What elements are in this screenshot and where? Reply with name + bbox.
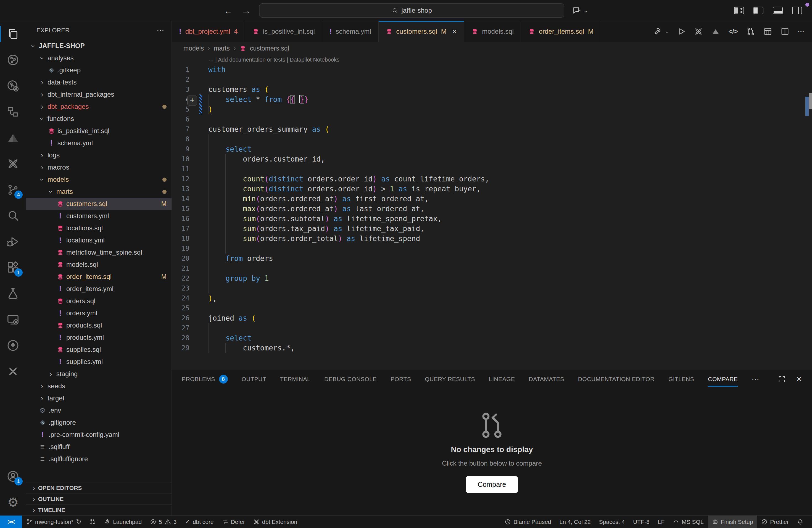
code-line[interactable]: 28 select [172, 333, 812, 343]
navigate-forward-icon[interactable]: → [242, 6, 251, 15]
status-blame-status[interactable]: Blame Paused [501, 516, 555, 528]
tree-item-products-yml[interactable]: !products.yml [26, 332, 172, 343]
tree-item-orders-sql[interactable]: orders.sql [26, 295, 172, 307]
customize-layout-icon[interactable] [734, 6, 744, 14]
git-pull-request-button[interactable] [746, 27, 755, 36]
remote-indicator[interactable]: >< [0, 516, 22, 528]
status-dbt-core[interactable]: ✓dbt core [181, 516, 218, 528]
tree-item-schema-yml[interactable]: !schema.yml [26, 137, 172, 149]
code-line[interactable]: 5) [172, 104, 812, 114]
activity-source-control[interactable]: 4 [0, 177, 26, 203]
run-query-button[interactable] [677, 27, 686, 36]
tree-item-products-sql[interactable]: products.sql [26, 319, 172, 332]
code-line[interactable]: 21 [172, 263, 812, 274]
status-defer[interactable]: Defer [218, 516, 249, 528]
tree-item-models-sql[interactable]: models.sql [26, 259, 172, 270]
tree-item-supplies-yml[interactable]: !supplies.yml [26, 356, 172, 368]
navigate-back-icon[interactable]: ← [224, 6, 233, 15]
dbt-actions-button[interactable] [694, 27, 703, 36]
tab-schema-yml[interactable]: !schema.yml [322, 21, 379, 42]
tree-item-locations-yml[interactable]: !locations.yml [26, 234, 172, 246]
breadcrumb-item[interactable]: marts [214, 45, 230, 52]
code-line[interactable]: 27 [172, 323, 812, 333]
tree-item--sqlfluffignore[interactable]: ≡.sqlfluffignore [26, 453, 172, 465]
breadcrumb[interactable]: models›marts›customers.sql [172, 42, 812, 55]
tree-item-marts[interactable]: ›marts [26, 186, 172, 198]
code-line[interactable]: 19 [172, 244, 812, 253]
code-line[interactable]: 18 sum(orders.order_total) as lifetime_s… [172, 234, 812, 244]
tree-item-target[interactable]: ›target [26, 392, 172, 404]
activity-dbt-tasks[interactable] [0, 358, 26, 384]
activity-dbt-power-user[interactable] [0, 47, 26, 73]
command-center-search[interactable]: jaffle-shop [259, 3, 564, 18]
tree-item--env[interactable]: ⚙.env [26, 404, 172, 416]
activity-search[interactable] [0, 203, 26, 229]
code-line[interactable]: 1with [172, 64, 812, 75]
sidebar-section-outline[interactable]: ›OUTLINE [26, 493, 172, 504]
tree-item-dbt-internal-packages[interactable]: ›dbt_internal_packages [26, 88, 172, 101]
code-line[interactable]: 20 from orders [172, 253, 812, 263]
tree-item-orders-yml[interactable]: !orders.yml [26, 307, 172, 319]
breadcrumb-file[interactable]: customers.sql [250, 45, 289, 52]
copilot-chat-button[interactable]: ⌄ [572, 6, 588, 15]
status-git-branch[interactable]: mwong-fusion*↻ [22, 516, 85, 528]
tree-item-seeds[interactable]: ›seeds [26, 380, 172, 392]
code-line[interactable]: 6 [172, 114, 812, 124]
toggle-sidebar-right-icon[interactable] [792, 6, 802, 14]
panel-tab-problems[interactable]: PROBLEMS8 [182, 370, 228, 388]
panel-tab-terminal[interactable]: TERMINAL [280, 370, 310, 388]
tree-item-analyses[interactable]: ›analyses [26, 52, 172, 64]
tree-item-is-positive-int-sql[interactable]: is_positive_int.sql [26, 125, 172, 137]
code-line[interactable]: 15 max(orders.ordered_at) as last_ordere… [172, 204, 812, 214]
scrollbar-thumb[interactable] [809, 93, 812, 109]
tab-customers-sql[interactable]: customers.sqlM× [379, 21, 465, 42]
status-language-mode[interactable]: MS SQL [669, 516, 708, 528]
activity-testing[interactable] [0, 281, 26, 307]
code-line[interactable]: 13 count(distinct orders.order_id) > 1 a… [172, 184, 812, 194]
tree-item-supplies-sql[interactable]: supplies.sql [26, 343, 172, 356]
code-editor[interactable]: ··· | Add documentation or tests | Datap… [172, 55, 812, 370]
code-line[interactable]: 17 sum(orders.tax_paid) as lifetime_tax_… [172, 224, 812, 234]
toggle-panel-bottom-icon[interactable] [773, 6, 783, 14]
activity-dbt[interactable] [0, 151, 26, 177]
activity-accounts[interactable]: 1 [0, 464, 26, 489]
datafold-diff-button[interactable] [711, 27, 720, 36]
tree-item-customers-yml[interactable]: !customers.yml [26, 210, 172, 222]
tree-item-data-tests[interactable]: ›data-tests [26, 76, 172, 88]
tree-item-order-items-sql[interactable]: order_items.sqlM [26, 270, 172, 283]
code-line[interactable]: 11 [172, 164, 812, 174]
add-action-button[interactable]: + [187, 96, 197, 105]
code-line[interactable]: 2 [172, 75, 812, 85]
more-actions-button[interactable]: ⋯ [798, 28, 804, 35]
status-indentation[interactable]: Spaces: 4 [595, 516, 629, 528]
activity-explorer[interactable] [0, 21, 26, 47]
activity-schema-explorer[interactable] [0, 99, 26, 125]
code-line[interactable]: 25 [172, 303, 812, 313]
close-panel-icon[interactable]: × [796, 373, 802, 385]
panel-tab-ports[interactable]: PORTS [391, 370, 411, 388]
tab-is-positive-int-sql[interactable]: is_positive_int.sql [245, 21, 322, 42]
activity-remote-explorer[interactable] [0, 307, 26, 333]
panel-more-actions-icon[interactable]: ⋯ [752, 370, 759, 388]
activity-settings[interactable]: ⚙ [0, 489, 26, 515]
tree-item--pre-commit-config-yaml[interactable]: !.pre-commit-config.yaml [26, 429, 172, 441]
code-line[interactable]: 22 group by 1 [172, 274, 812, 283]
panel-tab-documentation-editor[interactable]: DOCUMENTATION EDITOR [578, 370, 655, 388]
explorer-more-actions-icon[interactable]: ⋯ [157, 26, 165, 35]
breadcrumb-item[interactable]: models [184, 45, 204, 52]
status-dbt-extension[interactable]: dbt Extension [249, 516, 301, 528]
editor-scrollbar[interactable] [804, 55, 812, 370]
chevron-down-icon[interactable]: ⌄ [665, 28, 669, 34]
code-line[interactable]: 8 [172, 134, 812, 144]
status-encoding[interactable]: UTF-8 [629, 516, 654, 528]
code-line[interactable]: 14 min(orders.ordered_at) as first_order… [172, 194, 812, 204]
status-prettier[interactable]: Prettier [757, 516, 793, 528]
sidebar-section-timeline[interactable]: ›TIMELINE [26, 504, 172, 515]
tree-item-macros[interactable]: ›macros [26, 161, 172, 173]
panel-tab-debug-console[interactable]: DEBUG CONSOLE [324, 370, 377, 388]
dbt-build-button[interactable] [653, 27, 662, 36]
code-line[interactable]: 9 select [172, 144, 812, 154]
tree-item-models[interactable]: ›models [26, 173, 172, 186]
code-line[interactable]: 12 count(distinct orders.order_id) as co… [172, 174, 812, 184]
activity-run-and-debug[interactable] [0, 229, 26, 254]
